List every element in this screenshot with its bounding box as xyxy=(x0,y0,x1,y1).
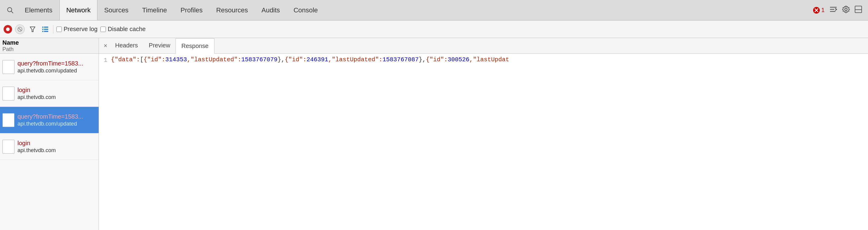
request-item[interactable]: login api.thetvdb.com xyxy=(0,134,99,160)
tab-preview[interactable]: Preview xyxy=(143,38,176,53)
request-domain: api.thetvdb.com xyxy=(18,147,56,154)
error-badge[interactable]: 1 xyxy=(813,7,825,14)
column-headers: Name Path xyxy=(0,38,99,54)
preserve-log-label: Preserve log xyxy=(64,26,97,33)
request-item-text: query?fromTime=1583... api.thetvdb.com/u… xyxy=(18,113,83,127)
record-button[interactable] xyxy=(4,25,12,33)
disable-cache-checkbox[interactable] xyxy=(100,27,106,32)
tab-bar-right: 1 xyxy=(813,5,866,15)
main-content: Name Path query?fromTime=1583... api.the… xyxy=(0,38,868,230)
json-lastupdated-key-2: ,"lastUpdated": xyxy=(328,56,382,63)
tab-sources[interactable]: Sources xyxy=(97,0,135,20)
request-icon xyxy=(2,60,14,74)
json-id-val-1: 314353 xyxy=(165,56,187,63)
json-bracket: [ xyxy=(140,56,144,63)
request-icon xyxy=(2,113,14,127)
svg-point-11 xyxy=(6,27,10,31)
svg-rect-18 xyxy=(44,29,48,30)
request-item-text: login api.thetvdb.com xyxy=(18,140,56,154)
request-icon xyxy=(2,87,14,100)
request-domain: api.thetvdb.com/updated xyxy=(18,121,83,127)
request-item[interactable]: query?fromTime=1583... api.thetvdb.com/u… xyxy=(0,54,99,80)
svg-rect-15 xyxy=(42,27,43,28)
svg-rect-16 xyxy=(44,27,48,28)
json-response-text: {"data":[{"id":314353,"lastUpdated":1583… xyxy=(111,56,509,63)
path-column-header: Path xyxy=(2,46,96,53)
request-list: query?fromTime=1583... api.thetvdb.com/u… xyxy=(0,54,99,230)
line-number: 1 xyxy=(99,56,111,64)
svg-point-8 xyxy=(845,8,847,10)
json-lastupdated-key-1: ,"lastUpdated": xyxy=(187,56,241,63)
svg-rect-20 xyxy=(44,31,48,32)
tab-resources[interactable]: Resources xyxy=(210,0,255,20)
execute-icon[interactable] xyxy=(829,6,837,14)
close-panel-button[interactable]: × xyxy=(101,41,110,50)
json-lastupdated-val-2: 1583767087 xyxy=(382,56,418,63)
tab-bar: Elements Network Sources Timeline Profil… xyxy=(0,0,868,21)
request-item[interactable]: login api.thetvdb.com xyxy=(0,80,99,107)
disable-cache-label: Disable cache xyxy=(108,26,146,33)
request-domain: api.thetvdb.com xyxy=(18,94,56,100)
error-count: 1 xyxy=(821,7,825,13)
stop-button[interactable] xyxy=(15,24,25,34)
tab-response[interactable]: Response xyxy=(176,38,214,54)
search-icon[interactable] xyxy=(2,0,18,20)
json-close-2: }, xyxy=(418,56,426,63)
preserve-log-checkbox[interactable] xyxy=(56,27,62,32)
request-name: login xyxy=(18,140,56,147)
svg-rect-19 xyxy=(42,31,43,32)
request-name: login xyxy=(18,87,56,93)
disable-cache-group[interactable]: Disable cache xyxy=(100,26,146,33)
request-domain: api.thetvdb.com/updated xyxy=(18,67,83,74)
tab-profiles[interactable]: Profiles xyxy=(174,0,209,20)
request-item-text: login api.thetvdb.com xyxy=(18,87,56,100)
tab-timeline[interactable]: Timeline xyxy=(135,0,174,20)
request-name: query?fromTime=1583... xyxy=(18,113,83,120)
json-id-key-1: {"id": xyxy=(144,56,165,63)
request-icon xyxy=(2,140,14,154)
json-id-val-2: 246391 xyxy=(306,56,328,63)
network-toolbar: Preserve log Disable cache xyxy=(0,21,868,38)
right-panel: × Headers Preview Response 1 {"data":[{"… xyxy=(99,38,868,230)
tab-elements[interactable]: Elements xyxy=(18,0,59,20)
svg-rect-17 xyxy=(42,29,43,30)
filter-button[interactable] xyxy=(28,24,37,34)
response-content: 1 {"data":[{"id":314353,"lastUpdated":15… xyxy=(99,54,868,230)
list-view-button[interactable] xyxy=(40,24,50,34)
json-data-key: {"data": xyxy=(111,56,140,63)
tab-network[interactable]: Network xyxy=(59,0,98,20)
json-id-val-3: 300526 xyxy=(447,56,469,63)
json-close-1: }, xyxy=(277,56,285,63)
json-lastupdat-key-3: ,"lastUpdat xyxy=(469,56,509,63)
svg-marker-14 xyxy=(30,27,35,32)
json-id-key-3: {"id": xyxy=(426,56,447,63)
tab-headers[interactable]: Headers xyxy=(110,38,144,53)
settings-icon[interactable] xyxy=(842,5,850,15)
request-item-text: query?fromTime=1583... api.thetvdb.com/u… xyxy=(18,60,83,74)
tab-console[interactable]: Console xyxy=(287,0,325,20)
preserve-log-group[interactable]: Preserve log xyxy=(56,26,97,33)
svg-line-13 xyxy=(19,28,21,30)
json-lastupdated-val-1: 1583767079 xyxy=(241,56,277,63)
tab-audits[interactable]: Audits xyxy=(255,0,287,20)
left-panel: Name Path query?fromTime=1583... api.the… xyxy=(0,38,99,230)
name-column-header: Name xyxy=(2,39,96,46)
panel-header: × Headers Preview Response xyxy=(99,38,868,54)
request-name: query?fromTime=1583... xyxy=(18,60,83,67)
svg-line-1 xyxy=(11,11,13,13)
request-item-selected[interactable]: query?fromTime=1583... api.thetvdb.com/u… xyxy=(0,107,99,134)
dock-icon[interactable] xyxy=(855,6,862,15)
json-id-key-2: {"id": xyxy=(285,56,306,63)
